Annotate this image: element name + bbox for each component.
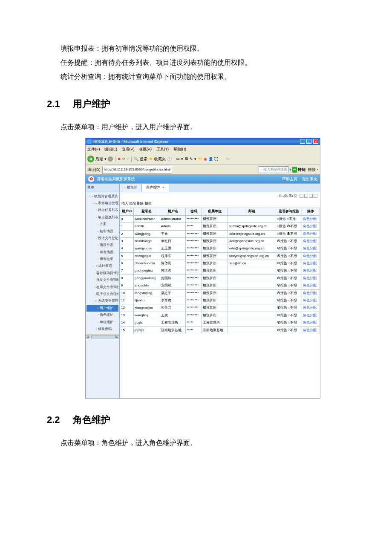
folder-icon[interactable]: 📁 bbox=[198, 156, 202, 162]
search-input[interactable]: ←输入关键词搜索 bbox=[259, 166, 288, 173]
role-assign-link[interactable]: 角色分配 bbox=[303, 313, 317, 317]
role-assign-link[interactable]: 角色分配 bbox=[303, 321, 317, 324]
msgr-icon[interactable]: 👤 bbox=[208, 156, 213, 162]
action-bar[interactable]: 插入 添加 删除 提交 bbox=[120, 200, 320, 208]
refresh-icon[interactable]: ⟳ bbox=[122, 156, 126, 162]
back-button[interactable]: ◄ bbox=[87, 156, 94, 162]
tree-item[interactable]: ▪批复文件查询统计 bbox=[86, 277, 118, 283]
print-icon[interactable]: 🖶 bbox=[184, 156, 188, 162]
menu-help[interactable]: 帮助(H) bbox=[173, 147, 187, 151]
tree-item[interactable]: -▸审查项目管理 bbox=[86, 200, 118, 207]
sidebar-scrollbar[interactable]: ◄ ► bbox=[86, 334, 119, 338]
tree-item[interactable]: ▪审查情况 bbox=[86, 249, 118, 256]
table-row[interactable]: 11lijunhu李军虎*********概预算所⦿报告 ○不报角色分配 bbox=[120, 297, 320, 304]
table-row[interactable]: 5chenglejun程乐军*********概预算所sawyer@spring… bbox=[120, 252, 320, 260]
menu-tools[interactable]: 工具(T) bbox=[156, 147, 169, 151]
table-row[interactable]: 6chenchunmin陈传民*********概预算所ben@sh.cn⦿报告… bbox=[120, 260, 320, 267]
role-assign-link[interactable]: 角色分配 bbox=[303, 246, 317, 250]
close-tab-icon[interactable]: × bbox=[162, 185, 164, 189]
role-assign-link[interactable]: 角色分配 bbox=[303, 306, 317, 309]
tree-item[interactable]: ▪项目进度列表 bbox=[86, 214, 118, 221]
table-row[interactable]: 13wangling王凌*********概预算所⦿报告 ○不报角色分配 bbox=[120, 312, 320, 319]
document-icon: ▪ bbox=[98, 312, 99, 318]
role-assign-link[interactable]: 角色分配 bbox=[303, 276, 317, 280]
role-assign-link[interactable]: 角色分配 bbox=[303, 224, 317, 228]
tree-item[interactable]: ▪各款级项目情况统计 bbox=[86, 270, 118, 277]
menu-file[interactable]: 文件(F) bbox=[87, 147, 100, 151]
table-row[interactable]: 10tangshiping汤之平*********概预算所⦿报告 ○不报角色分配 bbox=[120, 289, 320, 297]
table-row[interactable]: 4wangyuguo王玉国*********概预算所kate@springsid… bbox=[120, 245, 320, 252]
mail-icon[interactable]: ✉ bbox=[176, 156, 180, 162]
menu-edit[interactable]: 编辑(E) bbox=[104, 147, 117, 151]
tree-item[interactable]: ▪初审情况 bbox=[86, 228, 118, 235]
favorites-icon[interactable]: ★ bbox=[149, 155, 153, 163]
forward-button[interactable] bbox=[108, 156, 113, 162]
extra-icon[interactable]: 🐚 bbox=[225, 156, 230, 162]
ie-icon bbox=[87, 139, 92, 144]
home-icon[interactable]: ⌂ bbox=[127, 156, 129, 162]
go-button[interactable]: ➜ bbox=[292, 167, 297, 173]
column-header: 用户名 bbox=[160, 208, 186, 215]
role-assign-link[interactable]: 角色分配 bbox=[303, 298, 317, 302]
table-row[interactable]: 3shanhongri单红日*********概预算所jack@springsi… bbox=[120, 237, 320, 245]
folder-icon: ▸ bbox=[95, 298, 97, 304]
role-assign-link[interactable]: 角色分配 bbox=[303, 239, 317, 243]
full-icon[interactable]: ⛶ bbox=[214, 156, 218, 162]
table-row[interactable]: 12xiangmeijun相美君*********概预算所⦿报告 ○不报角色分配 bbox=[120, 304, 320, 312]
history-icon[interactable]: 🕘 bbox=[167, 156, 172, 162]
tree-item[interactable]: ▪设计文件登记 bbox=[86, 235, 118, 242]
tree-item[interactable]: ▪电子公文办理查看 bbox=[86, 291, 118, 298]
stop-icon[interactable]: ✖ bbox=[118, 156, 121, 162]
document-icon: ▪ bbox=[96, 214, 97, 220]
tree-item[interactable]: ▪审查结果 bbox=[86, 256, 118, 263]
search-icon[interactable]: 🔍 bbox=[134, 156, 138, 162]
role-assign-link[interactable]: 角色分配 bbox=[303, 254, 317, 258]
document-icon: ▪ bbox=[96, 235, 97, 241]
table-row[interactable]: 8pengguodeng彭国栋*********概预算所⦿报告 ○不报角色分配 bbox=[120, 275, 320, 282]
tree-item[interactable]: ▪项目分发 bbox=[86, 242, 118, 249]
tree-item[interactable]: ▪方案 bbox=[86, 221, 118, 228]
logout-link[interactable]: 退出系统 bbox=[302, 177, 317, 181]
pager-buttons[interactable]: |‹‹››| bbox=[300, 194, 317, 198]
role-assign-link[interactable]: 角色分配 bbox=[303, 217, 317, 221]
table-row[interactable]: 7guohongtao郭洪涛*********概预算所⦿报告 ○不报角色分配 bbox=[120, 267, 320, 275]
app-logo-icon: ✿ bbox=[88, 176, 94, 182]
tree-item[interactable]: -▸系统安全管理 bbox=[86, 298, 118, 304]
minimize-button[interactable]: _ bbox=[300, 139, 305, 144]
folder-icon: ▸ bbox=[95, 200, 97, 206]
tree-item[interactable]: ▪待办任务列表 bbox=[86, 207, 118, 214]
role-assign-link[interactable]: 角色分配 bbox=[303, 261, 317, 265]
edit-icon[interactable]: ✎ bbox=[190, 156, 193, 162]
table-row[interactable]: 0AdministratorAdministrator*********概预算所… bbox=[120, 215, 320, 223]
role-assign-link[interactable]: 角色分配 bbox=[303, 328, 317, 332]
menu-favorites[interactable]: 收藏(A) bbox=[139, 147, 152, 151]
menu-view[interactable]: 查看(V) bbox=[122, 147, 135, 151]
tree-item[interactable]: ▪用户维护 bbox=[86, 305, 118, 312]
tree-item[interactable]: ▪单位维护 bbox=[86, 319, 118, 326]
url-input[interactable]: http://10.112.29.155:8080/budget/index.h… bbox=[102, 166, 173, 173]
links-label[interactable]: 链接 bbox=[308, 166, 316, 173]
prev-icon[interactable]: ◉ bbox=[204, 156, 207, 162]
table-row[interactable]: 14gcgls工程管理所*****工程管理所⦿报告 ○不报角色分配 bbox=[120, 319, 320, 327]
table-row[interactable]: 9anguobin安国斌*********概预算所⦿报告 ○不报角色分配 bbox=[120, 282, 320, 289]
table-row[interactable]: 1adminAdmin*****概预算所admin@springside.org… bbox=[120, 223, 320, 230]
tree-item[interactable]: -▸统计查询 bbox=[86, 263, 118, 269]
role-assign-link[interactable]: 角色分配 bbox=[303, 291, 317, 295]
close-button[interactable]: ✕ bbox=[313, 139, 318, 144]
role-assign-link[interactable]: 角色分配 bbox=[303, 283, 317, 287]
help-link[interactable]: 帮助主页 bbox=[282, 177, 297, 181]
tree-item[interactable]: ▪角色维护 bbox=[86, 312, 118, 318]
tree-item[interactable]: -▸概预算管理系统 bbox=[86, 193, 118, 200]
column-header: 登录名 bbox=[134, 208, 160, 215]
table-row[interactable]: 15jnpxjd济南培训基地*****济南培训基地⦿报告 ○不报角色分配 bbox=[120, 327, 320, 334]
tree-item[interactable]: ▪在审文件查询统计 bbox=[86, 284, 118, 291]
maximize-button[interactable]: □ bbox=[306, 139, 311, 144]
column-header: 是否参与报告 bbox=[276, 208, 302, 215]
back-label: 后退 bbox=[95, 156, 103, 162]
tree-item[interactable]: ▪修改密码 bbox=[86, 326, 118, 332]
table-row[interactable]: 2wangpeng王元*********概预算所user@springside.… bbox=[120, 230, 320, 237]
tab-user-maint[interactable]: 用户维护× bbox=[142, 184, 169, 191]
tab-home[interactable]: ⌂ 概预算 bbox=[120, 184, 142, 191]
role-assign-link[interactable]: 角色分配 bbox=[303, 232, 317, 236]
role-assign-link[interactable]: 角色分配 bbox=[303, 269, 317, 272]
